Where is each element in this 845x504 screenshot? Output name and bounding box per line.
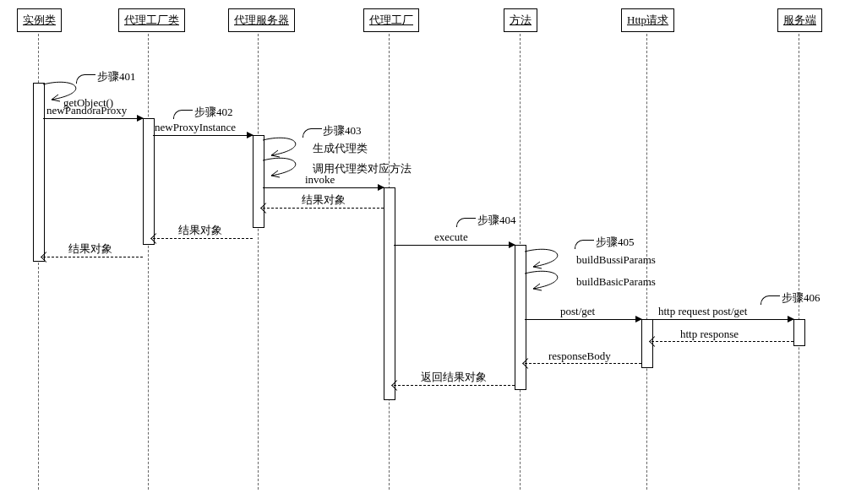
activation	[793, 319, 805, 346]
leader-line	[76, 74, 95, 84]
sequence-diagram: 实例类 代理工厂类 代理服务器 代理工厂 方法 Http请求 服务端 步骤401…	[0, 0, 845, 504]
msg-label: 生成代理类	[313, 141, 368, 156]
participant-server: 服务端	[777, 8, 822, 32]
leader-line	[760, 295, 780, 305]
leader-line	[173, 110, 193, 119]
msg-label: 结果对象	[68, 241, 112, 257]
step-label: 步骤401	[97, 69, 136, 84]
participant-instance-class: 实例类	[17, 8, 62, 32]
msg-execute: execute	[394, 245, 515, 246]
participant-proxy-factory: 代理工厂	[363, 8, 419, 32]
msg-label: newPandoraProxy	[46, 104, 127, 117]
leader-line	[575, 240, 594, 249]
msg-label: responseBody	[548, 350, 611, 363]
arrow-icon	[788, 316, 794, 322]
lifeline	[148, 34, 149, 490]
step-label: 步骤402	[194, 105, 233, 120]
participant-proxy-factory-class: 代理工厂类	[118, 8, 185, 32]
msg-new-proxy-instance: newProxyInstance	[153, 135, 253, 136]
msg-response-body: responseBody	[525, 363, 641, 365]
participant-label: 方法	[510, 14, 532, 26]
leader-line	[456, 218, 476, 227]
msg-label: execute	[434, 230, 468, 244]
arrow-icon	[378, 184, 384, 191]
msg-label: 结果对象	[302, 192, 346, 208]
msg-label: 结果对象	[178, 223, 222, 238]
step-label: 步骤403	[323, 123, 362, 138]
msg-return-result-obj: 返回结果对象	[394, 385, 515, 387]
step-label: 步骤406	[782, 290, 820, 306]
msg-label: invoke	[305, 173, 335, 187]
participant-http-request: Http请求	[621, 8, 674, 32]
participant-label: 实例类	[23, 14, 56, 26]
step-label: 步骤405	[596, 235, 635, 250]
msg-label: buildBussiParams	[576, 253, 656, 267]
activation	[143, 118, 155, 245]
lifeline	[799, 34, 799, 490]
msg-return-result-3: 结果对象	[43, 257, 143, 258]
lifeline	[258, 34, 259, 490]
msg-label: 返回结果对象	[421, 370, 487, 385]
msg-label: newProxyInstance	[155, 121, 236, 134]
participant-proxy-server: 代理服务器	[228, 8, 295, 32]
msg-post-get: post/get	[525, 319, 641, 320]
activation	[33, 83, 45, 262]
msg-invoke: invoke	[263, 187, 384, 188]
msg-http-request: http request post/get	[651, 319, 793, 320]
msg-new-pandora-proxy: newPandoraProxy	[43, 118, 143, 119]
self-call-basic	[525, 270, 575, 295]
msg-return-result-1: 结果对象	[263, 208, 384, 209]
arrow-icon	[247, 132, 254, 138]
participant-label: 代理工厂	[369, 14, 413, 26]
msg-label: http request post/get	[658, 305, 747, 318]
participant-label: Http请求	[627, 14, 668, 26]
arrow-icon	[635, 316, 642, 322]
step-label: 步骤404	[477, 213, 516, 228]
msg-label: buildBasicParams	[576, 275, 656, 289]
arrow-icon	[509, 241, 515, 248]
participant-label: 代理工厂类	[124, 14, 179, 26]
participant-method: 方法	[504, 8, 537, 32]
msg-label: post/get	[560, 305, 595, 318]
msg-http-response: http response	[651, 341, 793, 343]
msg-label: http response	[680, 328, 739, 341]
participant-label: 服务端	[783, 14, 816, 26]
msg-return-result-2: 结果对象	[153, 238, 253, 240]
participant-label: 代理服务器	[234, 14, 289, 26]
arrow-icon	[137, 115, 144, 122]
activation	[384, 187, 395, 400]
